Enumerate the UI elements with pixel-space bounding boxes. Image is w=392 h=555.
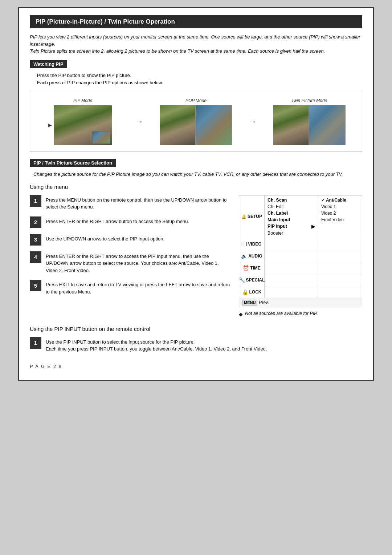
video-icon xyxy=(242,242,247,246)
steps-column: 1 Press the MENU button on the remote co… xyxy=(30,195,232,301)
menu-row-video: VIDEO xyxy=(239,238,362,250)
section-pip-input: Using the PIP INPUT button on the remote… xyxy=(30,326,362,353)
menu-row-audio: 🔈 AUDIO xyxy=(239,250,362,262)
pop-right xyxy=(196,105,232,145)
ch-edit-item: Ch. Edit xyxy=(268,203,315,210)
pip-mode-label: PIP Mode xyxy=(73,98,92,103)
menu-row-special: 🔧 SPECIAL xyxy=(239,274,362,286)
special-submenu xyxy=(318,274,362,286)
front-video-item: Front Video xyxy=(321,216,359,223)
pip-input-step-number-1: 1 xyxy=(30,337,41,349)
note-text-content: Not all sources are available for PIP. xyxy=(245,311,318,316)
video-icon-cell: VIDEO xyxy=(239,238,265,250)
step-row-4: 4 Press ENTER or the RIGHT arrow to acce… xyxy=(30,251,232,274)
intro-line1: PIP lets you view 2 different inputs (so… xyxy=(30,33,362,48)
pip-mode-image xyxy=(54,105,112,145)
ch-label-item: Ch. Label xyxy=(268,210,315,216)
setup-label: SETUP xyxy=(248,214,262,219)
video1-item: Video 1 xyxy=(321,203,359,210)
diamond-icon: ◆ xyxy=(239,311,243,317)
step-text-5: Press EXIT to save and return to TV view… xyxy=(46,280,232,295)
setup-submenu: ✓ Ant/Cable Video 1 Video 2 Front Video xyxy=(318,195,362,238)
page-container: PIP (Picture-in-Picture) / Twin Picture … xyxy=(18,7,374,381)
arrow-to-pop: → xyxy=(132,117,147,126)
step-number-2: 2 xyxy=(30,216,41,228)
audio-icon-cell: 🔈 AUDIO xyxy=(239,250,265,262)
special-items xyxy=(265,274,318,286)
using-menu-title: Using the menu xyxy=(30,184,362,190)
time-submenu xyxy=(318,262,362,274)
step-text-2: Press ENTER or the RIGHT arrow button to… xyxy=(46,216,189,225)
lock-icon: 🔒 xyxy=(242,289,248,295)
pip-input-item: PIP Input ▶ xyxy=(268,223,315,230)
intro-line2: Twin Picture splits the screen into 2, a… xyxy=(30,48,362,55)
time-label: TIME xyxy=(250,266,261,271)
step-number-5: 5 xyxy=(30,280,41,291)
special-icon-cell: 🔧 SPECIAL xyxy=(239,274,265,286)
step-number-4: 4 xyxy=(30,251,41,263)
intro-text: PIP lets you view 2 different inputs (so… xyxy=(30,33,362,55)
pip-note: ◆ Not all sources are available for PIP. xyxy=(239,311,362,317)
setup-icon-cell: 🔔 SETUP xyxy=(239,195,265,238)
time-items xyxy=(265,262,318,274)
video2-item: Video 2 xyxy=(321,210,359,216)
watching-pip-header: Watching PIP xyxy=(30,60,67,68)
audio-submenu xyxy=(318,250,362,262)
arrow-indicator: ► xyxy=(47,122,53,129)
pop-left xyxy=(160,105,195,145)
audio-label: AUDIO xyxy=(248,254,262,259)
ch-scan-item: Ch. Scan xyxy=(268,197,315,203)
page-title: PIP (Picture-in-Picture) / Twin Picture … xyxy=(30,15,362,28)
pip-modes-diagram: PIP Mode ► → POP Mode → xyxy=(30,92,362,151)
video-label: VIDEO xyxy=(248,242,261,247)
time-icon: ⏰ xyxy=(243,265,249,271)
step-row-3: 3 Use the UP/DOWN arrows to select the P… xyxy=(30,234,232,246)
pop-mode-image xyxy=(160,105,232,145)
step-number-3: 3 xyxy=(30,234,41,246)
twin-mode-block: Twin Picture Mode xyxy=(260,98,358,145)
page-footer: P A G E 2 8 xyxy=(30,364,362,369)
twin-mode-label: Twin Picture Mode xyxy=(291,98,327,103)
pip-input-arrow: ▶ xyxy=(311,224,315,229)
pip-mode-block: PIP Mode ► xyxy=(34,98,132,145)
menu-row-time: ⏰ TIME xyxy=(239,262,362,274)
twin-left xyxy=(273,105,309,145)
video-submenu xyxy=(318,238,362,250)
source-selection-header: PIP / Twin Picture Source Selection xyxy=(30,159,116,167)
pop-mode-label: POP Mode xyxy=(185,98,207,103)
pip-input-step-text-1: Use the PIP INPUT button to select the i… xyxy=(46,337,267,353)
page-number: P A G E 2 8 xyxy=(30,364,62,369)
steps-and-menu-layout: 1 Press the MENU button on the remote co… xyxy=(30,195,362,317)
ant-cable-item: ✓ Ant/Cable xyxy=(321,197,359,203)
section-source-selection: PIP / Twin Picture Source Selection Chan… xyxy=(30,159,362,317)
menu-row-lock: 🔒 LOCK xyxy=(239,286,362,298)
menu-prev-label: MENU xyxy=(242,300,257,305)
pop-mode-block: POP Mode xyxy=(147,98,245,145)
source-selection-header-text: PIP / Twin Picture Source Selection xyxy=(33,160,112,166)
using-pip-input-title: Using the PIP INPUT button on the remote… xyxy=(30,326,362,332)
twin-right xyxy=(309,105,345,145)
booster-item: Booster xyxy=(268,230,315,236)
menu-prev-text: Prev. xyxy=(259,300,269,305)
title-text: PIP (Picture-in-Picture) / Twin Picture … xyxy=(36,18,175,25)
pip-inset-image xyxy=(92,131,110,144)
video-items xyxy=(265,238,318,250)
menu-prev-row: MENU Prev. xyxy=(239,298,362,307)
step-text-4: Press ENTER or the RIGHT arrow to access… xyxy=(46,251,232,274)
lock-items xyxy=(265,286,318,298)
arrow-to-twin: → xyxy=(245,117,260,126)
watching-pip-instructions: Press the PIP button to show the PIP pic… xyxy=(37,72,362,87)
source-selection-intro: Changes the picture source for the PIP P… xyxy=(33,171,362,178)
step-text-1: Press the MENU button on the remote cont… xyxy=(46,195,232,211)
setup-bell-icon: 🔔 xyxy=(241,214,246,219)
step-row-1: 1 Press the MENU button on the remote co… xyxy=(30,195,232,211)
setup-items: Ch. Scan Ch. Edit Ch. Label Main Input P… xyxy=(265,195,318,238)
audio-icon: 🔈 xyxy=(241,253,247,259)
step-number-1: 1 xyxy=(30,195,41,207)
twin-mode-image xyxy=(273,105,346,145)
section-watching-pip: Watching PIP Press the PIP button to sho… xyxy=(30,60,362,152)
lock-label: LOCK xyxy=(249,289,262,295)
step-row-2: 2 Press ENTER or the RIGHT arrow button … xyxy=(30,216,232,228)
menu-box: 🔔 SETUP Ch. Scan Ch. Edit Ch. Label Main… xyxy=(239,195,362,307)
step-text-3: Use the UP/DOWN arrows to select the PIP… xyxy=(46,234,164,243)
